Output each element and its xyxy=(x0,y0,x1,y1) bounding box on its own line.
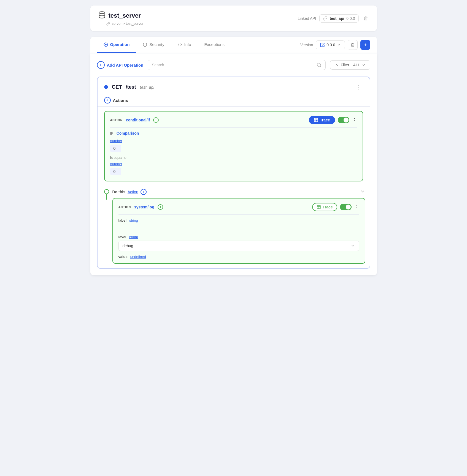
action-dots-button[interactable]: ⋮ xyxy=(352,117,357,123)
action-header-right: Trace ⋮ xyxy=(309,116,357,124)
nav-tabs: Operation Security Info Exceptions xyxy=(97,37,231,53)
level-field-type[interactable]: enum xyxy=(129,235,138,239)
label-field-type[interactable]: string xyxy=(129,218,138,222)
operation-api-tag: test_api xyxy=(140,85,155,89)
value-field-header: value undefined xyxy=(118,254,359,259)
inner-action-type-label: ACTION xyxy=(118,205,131,209)
operation-header: GET /test test_api ⋮ xyxy=(98,77,370,97)
inner-action-log-block: ACTION system/log i Trace ⋮ xyxy=(112,198,365,264)
version-label: Version xyxy=(300,43,313,47)
label-field-row: label string xyxy=(118,218,359,231)
action-toggle[interactable] xyxy=(338,117,349,123)
svg-point-5 xyxy=(317,63,320,66)
filter-label: Filter : xyxy=(341,63,352,67)
connector-circle xyxy=(104,189,109,194)
tab-security[interactable]: Security xyxy=(136,37,171,53)
level-field-label: level xyxy=(118,235,126,239)
version-select[interactable]: 0.0.0 xyxy=(316,40,345,49)
add-action-button[interactable]: + xyxy=(104,97,111,104)
level-value: debug xyxy=(123,244,133,248)
add-api-operation-button[interactable]: + Add API Operation xyxy=(97,61,144,69)
if-section: IF Comparison number 0 is equal to numbe… xyxy=(110,131,357,176)
operation-method: GET xyxy=(112,84,122,90)
filter-value: ALL xyxy=(353,63,360,67)
value-field-label: value xyxy=(118,255,128,259)
action-block-outer: ACTION conditional/if i Trace ⋮ xyxy=(98,107,370,186)
inner-action-divider xyxy=(118,214,359,215)
if-label: IF Comparison xyxy=(110,131,357,135)
breadcrumb-text: server > test_server xyxy=(112,21,144,26)
tab-operation[interactable]: Operation xyxy=(97,37,136,53)
operation-card: GET /test test_api ⋮ + Actions ACTION co… xyxy=(97,77,370,269)
do-this-header: Do this Action + xyxy=(112,186,365,198)
delete-version-button[interactable] xyxy=(348,40,358,50)
inner-action-toggle[interactable] xyxy=(340,204,352,210)
inner-trace-button[interactable]: Trace xyxy=(312,203,337,211)
tab-info[interactable]: Info xyxy=(171,37,198,53)
do-this-expand-button[interactable] xyxy=(360,189,365,195)
inner-action-info-icon[interactable]: i xyxy=(158,204,163,210)
action-conditional-block: ACTION conditional/if i Trace ⋮ xyxy=(104,111,363,181)
operation-path: /test xyxy=(126,84,136,90)
nav-right: Version 0.0.0 xyxy=(300,40,370,50)
level-field-header: level enum xyxy=(118,235,359,239)
actions-row: + Actions xyxy=(98,97,370,107)
level-select[interactable]: debug xyxy=(118,241,359,251)
svg-point-0 xyxy=(99,12,105,13)
main-content: + Add API Operation Filter : ALL GET /te… xyxy=(90,53,377,275)
do-this-text: Do this xyxy=(112,190,125,194)
server-title: test_server xyxy=(109,12,141,19)
tab-exceptions[interactable]: Exceptions xyxy=(198,37,231,53)
system-log-link[interactable]: system/log xyxy=(134,205,154,209)
delete-linked-api-button[interactable] xyxy=(362,15,369,22)
svg-line-9 xyxy=(336,64,338,66)
connector-line xyxy=(106,194,107,200)
linked-api-badge: test_api 0.0.0 xyxy=(319,14,358,23)
svg-rect-10 xyxy=(314,118,318,122)
value2-box: 0 xyxy=(110,168,121,175)
actions-label: Actions xyxy=(113,98,128,103)
label-field-header: label string xyxy=(118,218,359,222)
search-box xyxy=(148,60,325,70)
linked-api-label: Linked API xyxy=(298,16,316,21)
label-field-label: label xyxy=(118,218,127,222)
toolbar-row: + Add API Operation Filter : ALL xyxy=(97,60,370,70)
add-op-label: Add API Operation xyxy=(107,63,144,67)
do-this-action-link[interactable]: Action xyxy=(128,190,138,194)
field2-chip[interactable]: number xyxy=(110,162,122,166)
nav-tabs-bar: Operation Security Info Exceptions Versi… xyxy=(90,37,377,53)
action-divider xyxy=(110,127,357,128)
field1-chip[interactable]: number xyxy=(110,139,122,143)
version-value: 0.0.0 xyxy=(326,43,335,47)
value-field-row: value undefined xyxy=(118,254,359,259)
action-info-icon[interactable]: i xyxy=(153,117,159,123)
header-title: test_server xyxy=(98,11,144,20)
svg-line-6 xyxy=(320,66,321,67)
operation-menu-button[interactable]: ⋮ xyxy=(353,83,363,91)
svg-point-2 xyxy=(105,44,106,45)
header-right: Linked API test_api 0.0.0 xyxy=(298,14,369,23)
do-this-content: Do this Action + ACTION system/log xyxy=(112,186,365,268)
svg-rect-11 xyxy=(317,205,320,209)
add-version-button[interactable] xyxy=(360,40,370,50)
action-type-label: ACTION xyxy=(110,118,123,122)
inner-action-header-right: Trace ⋮ xyxy=(312,203,359,211)
is-equal-label: is equal to xyxy=(110,156,357,160)
add-op-plus-icon: + xyxy=(97,61,105,69)
header-left: test_server server > test_server xyxy=(98,11,144,26)
value-field-type[interactable]: undefined xyxy=(130,255,146,259)
action-conditional-header: ACTION conditional/if i Trace ⋮ xyxy=(110,116,357,124)
server-icon xyxy=(98,11,106,20)
inner-action-header: ACTION system/log i Trace ⋮ xyxy=(118,203,359,211)
do-this-connector xyxy=(104,186,109,200)
do-this-add-button[interactable]: + xyxy=(141,189,147,195)
inner-action-dots-button[interactable]: ⋮ xyxy=(354,204,359,210)
method-indicator xyxy=(104,85,108,89)
api-version: 0.0.0 xyxy=(346,16,355,21)
filter-button[interactable]: Filter : ALL xyxy=(330,60,370,70)
search-input[interactable] xyxy=(152,63,314,67)
trace-button[interactable]: Trace xyxy=(309,116,335,124)
do-this-row: Do this Action + ACTION system/log xyxy=(98,186,370,268)
conditional-if-link[interactable]: conditional/if xyxy=(126,118,150,122)
comparison-link[interactable]: Comparison xyxy=(117,131,139,135)
